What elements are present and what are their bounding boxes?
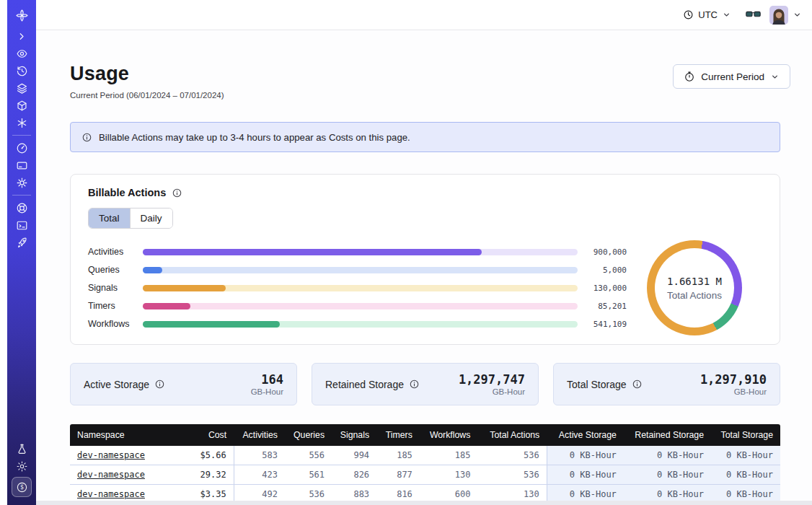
timers-cell: 877	[376, 465, 420, 485]
active-storage-card: Active Storage 164 GB-Hour	[70, 363, 297, 405]
timezone-picker[interactable]: UTC	[683, 9, 731, 20]
bar-label: Timers	[88, 301, 134, 311]
workflows-cell: 185	[420, 446, 478, 465]
col-header-signals: Signals	[332, 424, 376, 446]
bar-row: Timers85,201	[88, 297, 627, 315]
asterisk-icon[interactable]	[12, 115, 31, 131]
sidebar-nav: $	[7, 0, 36, 505]
namespace-cell: dev-namespace	[70, 465, 180, 485]
account-menu[interactable]	[769, 6, 802, 25]
gear-icon[interactable]	[12, 175, 31, 190]
storage-card-value: 1,297,747	[459, 372, 525, 387]
banner-text: Billable Actions may take up to 3-4 hour…	[99, 132, 410, 143]
bar-track	[143, 321, 578, 328]
bar-label: Workflows	[88, 319, 134, 329]
donut-total-value: 1.66131 M	[667, 276, 722, 287]
history-icon[interactable]	[12, 63, 31, 79]
col-header-workflows: Workflows	[420, 424, 478, 446]
bottom-scroll-strip[interactable]	[36, 501, 812, 505]
info-banner: Billable Actions may take up to 3-4 hour…	[70, 122, 780, 152]
info-icon[interactable]	[409, 379, 420, 390]
credit-card-icon[interactable]	[12, 157, 31, 173]
cost-cell: 29.32	[180, 465, 234, 485]
storage-card-label: Active Storage	[84, 379, 149, 390]
chart-view-tabs: Total Daily	[88, 208, 173, 229]
billable-actions-bar-chart: Activities900,000Queries5,000Signals130,…	[88, 243, 627, 333]
bar-fill	[143, 303, 190, 309]
glasses-icon[interactable]	[746, 9, 761, 20]
sidebar-divider	[12, 195, 31, 196]
bar-value: 5,000	[585, 265, 627, 275]
namespace-link[interactable]: dev-namespace	[77, 470, 145, 480]
info-icon[interactable]	[154, 379, 165, 390]
info-icon[interactable]	[632, 379, 643, 390]
bar-track	[143, 285, 578, 291]
storage-card-unit: GB-Hour	[251, 387, 283, 396]
timezone-label: UTC	[698, 9, 718, 20]
storage-card-label: Retained Storage	[325, 379, 404, 390]
gauge-icon[interactable]	[12, 140, 31, 156]
donut-caption: Total Actions	[667, 290, 722, 301]
col-header-activities: Activities	[234, 424, 285, 446]
flask-icon[interactable]	[12, 441, 31, 457]
cost-cell: $5.66	[180, 446, 234, 465]
table-header-row: Namespace Cost Activities Queries Signal…	[70, 424, 780, 446]
chevron-down-icon	[770, 72, 780, 82]
period-selector-button[interactable]: Current Period	[673, 64, 790, 89]
namespace-link[interactable]: dev-namespace	[77, 489, 145, 499]
sun-icon[interactable]	[12, 458, 31, 474]
activities-cell: 583	[234, 446, 285, 465]
bar-row: Signals130,000	[88, 279, 627, 297]
tab-total[interactable]: Total	[89, 208, 130, 228]
total-actions-donut-chart: 1.66131 M Total Actions	[647, 240, 742, 335]
bar-fill	[143, 249, 482, 255]
total-storage-card: Total Storage 1,297,910 GB-Hour	[553, 363, 780, 405]
total-actions-cell: 536	[477, 465, 547, 485]
tab-daily[interactable]: Daily	[130, 208, 172, 228]
bar-value: 85,201	[585, 302, 627, 311]
table-row: dev-namespace29.324235618268771305360 KB…	[70, 465, 780, 485]
lifebuoy-icon[interactable]	[12, 200, 31, 216]
layers-icon[interactable]	[12, 80, 31, 96]
retained-storage-cell: 0 KB-Hour	[624, 465, 711, 485]
storage-card-unit: GB-Hour	[700, 387, 767, 396]
bar-value: 541,109	[585, 320, 627, 329]
total-storage-cell: 0 KB-Hour	[711, 465, 780, 485]
info-icon[interactable]	[172, 188, 182, 198]
namespace-usage-table-wrap: Namespace Cost Activities Queries Signal…	[70, 424, 780, 505]
dollar-coin-icon[interactable]: $	[12, 477, 32, 497]
bar-row: Queries5,000	[88, 261, 627, 279]
svg-text:$: $	[20, 484, 24, 491]
bar-value: 900,000	[585, 247, 627, 257]
chevron-right-icon[interactable]	[12, 28, 31, 44]
rocket-icon[interactable]	[12, 234, 31, 250]
temporal-logo[interactable]	[12, 6, 31, 25]
clock-icon	[683, 9, 694, 20]
col-header-timers: Timers	[376, 424, 420, 446]
bar-fill	[143, 285, 226, 291]
page-subtitle: Current Period (06/01/2024 – 07/01/2024)	[70, 91, 224, 100]
namespace-cell: dev-namespace	[70, 446, 180, 465]
bar-label: Queries	[88, 265, 134, 275]
sidebar-divider	[12, 135, 31, 136]
storage-card-label: Total Storage	[567, 379, 627, 390]
chevron-down-icon	[793, 10, 802, 19]
storage-summary-row: Active Storage 164 GB-Hour Retained Stor…	[70, 363, 780, 405]
signals-cell: 994	[332, 446, 376, 465]
col-header-total-actions: Total Actions	[477, 424, 547, 446]
namespace-link[interactable]: dev-namespace	[77, 450, 145, 460]
terminal-icon[interactable]	[12, 217, 31, 233]
bar-track	[143, 249, 578, 255]
cube-icon[interactable]	[12, 97, 31, 113]
active-storage-cell: 0 KB-Hour	[547, 446, 624, 465]
active-storage-cell: 0 KB-Hour	[547, 465, 624, 485]
bar-track	[143, 267, 578, 273]
bar-track	[143, 303, 578, 309]
storage-card-value: 1,297,910	[700, 372, 767, 387]
card-title: Billable Actions	[88, 187, 166, 198]
eye-icon[interactable]	[12, 45, 31, 61]
queries-cell: 561	[285, 465, 332, 485]
total-actions-cell: 536	[477, 446, 547, 465]
avatar	[769, 6, 788, 25]
namespace-usage-table: Namespace Cost Activities Queries Signal…	[70, 424, 780, 505]
